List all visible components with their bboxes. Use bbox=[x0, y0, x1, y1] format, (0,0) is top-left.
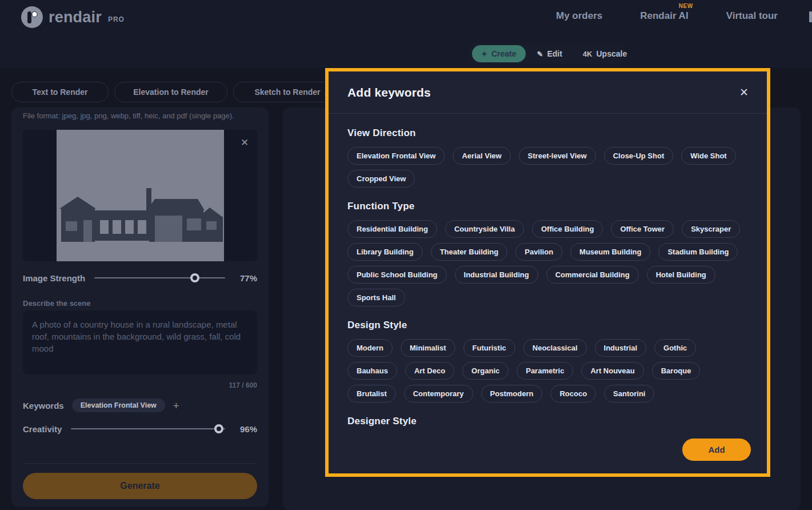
keyword-chip-list: Elevation Frontal View bbox=[72, 399, 165, 412]
keyword-pill[interactable]: Gothic bbox=[654, 339, 696, 357]
scene-description-input[interactable]: A photo of a country house in a rural la… bbox=[23, 310, 257, 374]
creativity-slider[interactable] bbox=[71, 424, 225, 433]
add-button[interactable]: Add bbox=[682, 439, 751, 461]
keyword-pill-group: Elevation Frontal ViewAerial ViewStreet-… bbox=[347, 147, 742, 188]
keywords-label: Keywords bbox=[23, 401, 64, 411]
modal-scroll-area[interactable]: View Direction Elevation Frontal ViewAer… bbox=[329, 114, 767, 426]
sparkles-icon: ✦ bbox=[481, 50, 487, 58]
keyword-pill[interactable]: Public School Building bbox=[347, 266, 447, 284]
modal-title: Add keywords bbox=[347, 86, 431, 99]
character-counter: 117 / 600 bbox=[229, 381, 257, 389]
slider-track[interactable] bbox=[71, 428, 225, 429]
section-title: Designer Style bbox=[347, 416, 742, 426]
keyword-pill[interactable]: Brutalist bbox=[347, 385, 396, 403]
rendair-logo-icon bbox=[21, 6, 43, 29]
keyword-pill[interactable]: Art Nouveau bbox=[581, 362, 643, 380]
keyword-pill[interactable]: Aerial View bbox=[453, 147, 510, 165]
keyword-pill[interactable]: Cropped View bbox=[347, 170, 415, 188]
tab-create[interactable]: ✦ Create bbox=[472, 45, 526, 62]
image-strength-slider[interactable] bbox=[94, 273, 225, 282]
tab-edit-label: Edit bbox=[547, 49, 562, 58]
keyword-pill[interactable]: Modern bbox=[347, 339, 393, 357]
keyword-pill[interactable]: Office Building bbox=[532, 220, 603, 238]
keyword-pill[interactable]: Neoclassical bbox=[523, 339, 587, 357]
close-icon: ✕ bbox=[241, 137, 249, 149]
keyword-pill[interactable]: Futuristic bbox=[463, 339, 515, 357]
section-title: Function Type bbox=[347, 201, 742, 212]
keyword-pill[interactable]: Office Tower bbox=[611, 220, 674, 238]
house-elevation-image bbox=[57, 130, 224, 261]
keyword-pill[interactable]: Art Deco bbox=[405, 362, 454, 380]
tab-elevation-to-render[interactable]: Elevation to Render bbox=[114, 82, 227, 102]
keyword-pill[interactable]: Baroque bbox=[652, 362, 701, 380]
new-badge: NEW bbox=[679, 3, 693, 9]
image-strength-label: Image Strength bbox=[23, 273, 85, 283]
keyword-chip[interactable]: Elevation Frontal View bbox=[72, 399, 165, 412]
logo-wordmark: rendair bbox=[49, 9, 102, 26]
image-strength-value: 77% bbox=[234, 273, 257, 283]
nav-item-partially-visible[interactable] bbox=[809, 11, 812, 22]
4k-icon: 4K bbox=[583, 50, 593, 58]
keyword-pill[interactable]: Minimalist bbox=[401, 339, 455, 357]
keyword-pill[interactable]: Industrial bbox=[595, 339, 647, 357]
keyword-pill[interactable]: Parametric bbox=[517, 362, 573, 380]
keyword-pill[interactable]: Bauhaus bbox=[347, 362, 397, 380]
keyword-pill[interactable]: Library Building bbox=[347, 243, 423, 261]
add-keywords-modal: Add keywords ✕ View Direction Elevation … bbox=[325, 68, 770, 477]
image-strength-row: Image Strength 77% bbox=[23, 272, 257, 284]
keyword-pill[interactable]: Wide Shot bbox=[681, 147, 735, 165]
section-function-type: Function Type Residential BuildingCountr… bbox=[347, 201, 742, 306]
section-design-style: Design Style ModernMinimalistFuturisticN… bbox=[347, 320, 742, 403]
modal-header: Add keywords ✕ bbox=[329, 71, 767, 114]
keyword-pill-group: Residential BuildingCountryside VillaOff… bbox=[347, 220, 742, 306]
section-title: Design Style bbox=[347, 320, 742, 331]
tab-upscale-label: Upscale bbox=[596, 49, 627, 58]
tab-create-label: Create bbox=[491, 49, 517, 58]
keyword-pill[interactable]: Countryside Villa bbox=[445, 220, 524, 238]
mode-tab-bar: ✦ Create ✎ Edit 4K Upscale bbox=[470, 43, 624, 64]
keyword-pill[interactable]: Santorini bbox=[604, 385, 654, 403]
keyword-pill[interactable]: Contemporary bbox=[404, 385, 473, 403]
keyword-pill[interactable]: Elevation Frontal View bbox=[347, 147, 445, 165]
divider bbox=[23, 463, 257, 464]
keyword-pill[interactable]: Commercial Building bbox=[546, 266, 639, 284]
slider-knob[interactable] bbox=[190, 273, 199, 282]
modal-close-button[interactable]: ✕ bbox=[737, 83, 751, 101]
describe-scene-label: Describe the scene bbox=[23, 299, 91, 308]
keyword-pill[interactable]: Industrial Building bbox=[455, 266, 538, 284]
remove-image-button[interactable]: ✕ bbox=[237, 134, 253, 150]
nav-item-my-orders[interactable]: My orders bbox=[556, 10, 602, 22]
keyword-pill[interactable]: Close-Up Shot bbox=[604, 147, 674, 165]
creativity-row: Creativity 96% bbox=[23, 423, 257, 435]
keyword-pill[interactable]: Theater Building bbox=[431, 243, 508, 261]
nav-item-rendair-ai[interactable]: Rendair AI NEW bbox=[640, 10, 688, 22]
tab-edit[interactable]: ✎ Edit bbox=[528, 45, 571, 62]
keyword-pill[interactable]: Organic bbox=[462, 362, 509, 380]
keyword-pill[interactable]: Street-level View bbox=[519, 147, 596, 165]
keyword-pill[interactable]: Pavilion bbox=[515, 243, 562, 261]
keyword-pill[interactable]: Skyscraper bbox=[682, 220, 740, 238]
logo-pro-badge: PRO bbox=[108, 15, 125, 23]
main-nav: My orders Rendair AI NEW Virtual tour bbox=[556, 10, 778, 22]
slider-knob[interactable] bbox=[214, 424, 223, 433]
pencil-icon: ✎ bbox=[537, 50, 543, 58]
tab-4k-upscale[interactable]: 4K Upscale bbox=[574, 45, 636, 62]
keyword-pill[interactable]: Stadium Building bbox=[658, 243, 738, 261]
section-title: View Direction bbox=[347, 128, 742, 139]
add-keyword-button[interactable]: + bbox=[173, 400, 179, 411]
slider-track[interactable] bbox=[94, 277, 225, 278]
top-navigation-bar: rendair PRO My orders Rendair AI NEW Vir… bbox=[0, 0, 812, 67]
creativity-label: Creativity bbox=[23, 424, 62, 434]
tab-text-to-render[interactable]: Text to Render bbox=[11, 82, 109, 102]
app-logo[interactable]: rendair PRO bbox=[21, 6, 125, 29]
generate-button[interactable]: Generate bbox=[23, 473, 257, 499]
keyword-pill[interactable]: Sports Hall bbox=[347, 289, 405, 306]
keyword-pill[interactable]: Museum Building bbox=[570, 243, 650, 261]
keyword-pill[interactable]: Hotel Building bbox=[647, 266, 715, 284]
keyword-pill[interactable]: Residential Building bbox=[347, 220, 437, 238]
section-designer-style: Designer Style bbox=[347, 416, 742, 426]
keyword-pill[interactable]: Postmodern bbox=[481, 385, 543, 403]
creativity-value: 96% bbox=[234, 424, 257, 434]
keyword-pill[interactable]: Rococo bbox=[550, 385, 596, 403]
nav-item-virtual-tour[interactable]: Virtual tour bbox=[726, 10, 778, 22]
